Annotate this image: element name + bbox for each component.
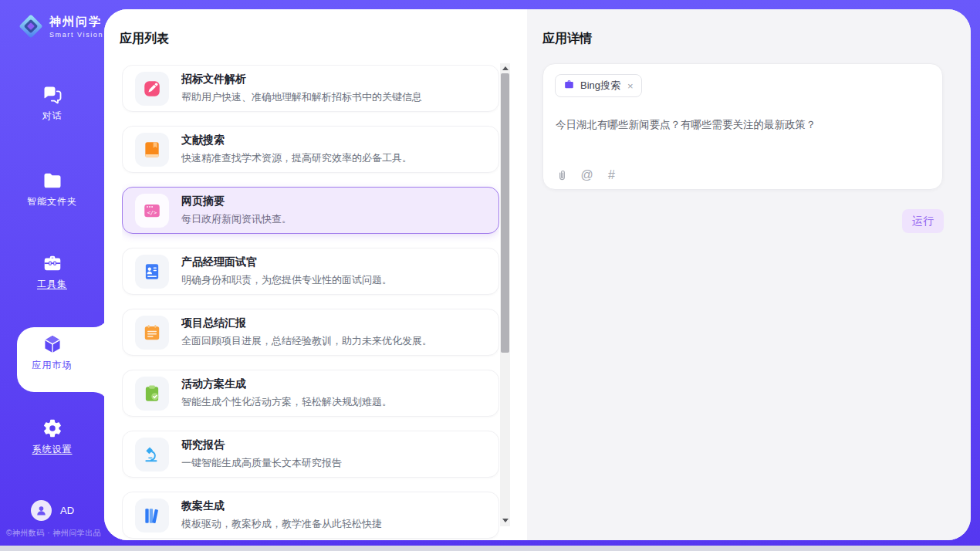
scroll-down-button[interactable] (500, 516, 510, 525)
logo-title: 神州问学 (49, 15, 103, 29)
app-card-8[interactable]: 教案生成 模板驱动，教案秒成，教学准备从此轻松快捷 (122, 492, 499, 539)
prompt-card: Bing搜索 × 今日湖北有哪些新闻要点？有哪些需要关注的最新政策？ @# (542, 63, 943, 190)
svg-text:</>: </> (147, 208, 157, 215)
app-list: 招标文件解析 帮助用户快速、准确地理解和解析招标书中的关键信息 文献搜索 快速精… (122, 65, 499, 540)
user-name: AD (60, 505, 74, 516)
webpage-icon: </> (142, 201, 162, 221)
sidebar-item-toolset[interactable]: 工具集 (0, 252, 104, 291)
calendar-icon (142, 323, 162, 343)
cube-icon (42, 333, 63, 355)
app-card-1[interactable]: 招标文件解析 帮助用户快速、准确地理解和解析招标书中的关键信息 (122, 65, 499, 112)
gear-icon (42, 417, 63, 439)
app-list-section: 应用列表 招标文件解析 帮助用户快速、准确地理解和解析招标书中的关键信息 文献搜… (104, 9, 527, 540)
sidebar-item-system-settings[interactable]: 系统设置 (0, 417, 104, 456)
app-detail-section: 应用详情 Bing搜索 × 今日湖北有哪些新闻要点？有哪些需要关注的最新政策？ … (527, 9, 971, 540)
book-icon (142, 140, 162, 160)
avatar (31, 500, 52, 521)
scroll-down-icon (502, 519, 509, 522)
prompt-input[interactable]: 今日湖北有哪些新闻要点？有哪些需要关注的最新政策？ (556, 117, 931, 133)
app-card-4[interactable]: 产品经理面试官 明确身份和职责，为您提供专业性的面试问题。 (122, 248, 499, 295)
microscope-icon (142, 445, 162, 465)
tool-tag-bing-search[interactable]: Bing搜索 × (555, 74, 642, 97)
logo-subtitle: Smart Vision (49, 31, 103, 39)
app-card-6[interactable]: 活动方案生成 智能生成个性化活动方案，轻松解决规划难题。 (122, 370, 499, 417)
sidebar-item-app-market[interactable]: 应用市场 (0, 333, 104, 372)
scroll-up-button[interactable] (500, 63, 510, 73)
books-icon (142, 505, 162, 526)
bid-doc-icon (142, 79, 162, 99)
sidebar: 神州问学 Smart Vision 对话 智能文件夹 工具集 应用市场 系统设置… (0, 0, 104, 551)
run-button[interactable]: 运行 (902, 209, 944, 233)
sidebar-footer: ©神州数码 · 神州问学出品 (6, 528, 104, 539)
scroll-up-icon (502, 66, 509, 70)
scrollbar-thumb[interactable] (501, 73, 509, 353)
chat-icon (42, 84, 63, 106)
app-card-7[interactable]: 研究报告 一键智能生成高质量长文本研究报告 (122, 431, 499, 478)
briefcase-icon (563, 79, 575, 93)
attachment-icon[interactable] (556, 168, 569, 182)
interviewer-icon (142, 262, 162, 282)
sidebar-item-chat[interactable]: 对话 (0, 84, 104, 123)
hash-icon[interactable]: # (605, 168, 618, 182)
user-account[interactable]: AD (31, 500, 74, 521)
app-detail-title: 应用详情 (542, 31, 592, 47)
app-card-2[interactable]: 文献搜索 快速精准查找学术资源，提高研究效率的必备工具。 (122, 126, 499, 173)
sidebar-item-smart-folder[interactable]: 智能文件夹 (0, 170, 104, 208)
app-window: { "sidebar": { "logo": { "title": "神州问学"… (0, 0, 980, 551)
app-logo: 神州问学 Smart Vision (17, 12, 103, 40)
tag-close-icon[interactable]: × (627, 80, 634, 92)
app-card-3[interactable]: </> 网页摘要 每日政府新闻资讯快查。 (122, 187, 499, 234)
scrollbar-track[interactable] (500, 63, 510, 526)
prompt-toolbar: @# (556, 168, 618, 182)
tool-tag-label: Bing搜索 (580, 79, 620, 93)
main-panel: 应用列表 招标文件解析 帮助用户快速、准确地理解和解析招标书中的关键信息 文献搜… (104, 9, 971, 540)
clipboard-icon (142, 384, 162, 404)
app-list-title: 应用列表 (120, 31, 169, 47)
mention-icon[interactable]: @ (580, 168, 593, 182)
diamond-logo-icon (17, 12, 45, 40)
window-bottom-strip (0, 546, 980, 551)
toolbox-icon (42, 252, 63, 274)
folder-icon (42, 170, 63, 191)
app-card-5[interactable]: 项目总结汇报 全面回顾项目进展，总结经验教训，助力未来优化发展。 (122, 309, 499, 356)
